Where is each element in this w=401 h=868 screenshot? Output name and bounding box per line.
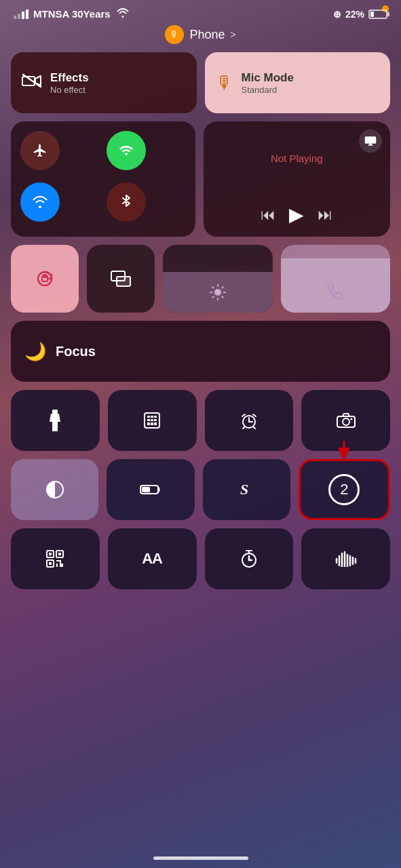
play-button[interactable]: ▶ (289, 203, 304, 226)
alarm-tile[interactable] (205, 390, 294, 451)
status-bar: MTNSA 30Years ⊕ 22% (0, 0, 401, 24)
red-arrow (334, 441, 354, 466)
location-icon: ⊕ (333, 9, 341, 20)
svg-rect-16 (52, 410, 58, 414)
calculator-tile[interactable] (108, 390, 197, 451)
effects-title: Effects (50, 71, 89, 85)
svg-text:S: S (240, 481, 248, 498)
focus-tile[interactable]: 🌙 Focus (11, 321, 390, 382)
not-playing-label: Not Playing (271, 153, 323, 164)
signal-bar-4 (26, 9, 28, 19)
number-2-tile[interactable]: 2 (299, 459, 390, 520)
svg-rect-6 (117, 277, 130, 286)
effects-subtitle: No effect (50, 85, 89, 95)
svg-line-15 (222, 287, 223, 288)
svg-rect-47 (60, 564, 63, 567)
number-2-circle: 2 (328, 474, 360, 505)
brightness-icon (210, 284, 226, 304)
row-effects-mic: Effects No effect 🎙 Mic Mode Standard (11, 52, 390, 113)
carrier-name: MTNSA 30Years (33, 8, 111, 20)
row-misc: AA (11, 528, 390, 589)
svg-rect-22 (151, 419, 153, 421)
mic-header-icon: 🎙 (165, 25, 184, 44)
svg-rect-21 (147, 419, 150, 421)
effects-text: Effects No effect (50, 71, 89, 95)
svg-point-32 (350, 418, 352, 420)
svg-point-7 (214, 289, 221, 296)
mic-mode-tile[interactable]: 🎙 Mic Mode Standard (205, 52, 391, 113)
display-mode-tile[interactable] (11, 459, 98, 520)
cellular-button[interactable] (107, 131, 146, 170)
media-tile: Not Playing ⏮ ▶ ⏭ (204, 121, 391, 237)
fast-forward-button[interactable]: ⏭ (318, 206, 332, 224)
shazam-tile[interactable]: S (203, 459, 290, 520)
svg-rect-43 (49, 562, 52, 565)
airplane-mode-button[interactable] (20, 131, 60, 170)
svg-rect-35 (142, 487, 150, 492)
moon-icon: 🌙 (24, 341, 46, 362)
svg-line-10 (212, 287, 213, 288)
svg-rect-25 (151, 422, 153, 425)
row-utilities (11, 390, 390, 451)
svg-rect-23 (154, 419, 157, 421)
svg-line-14 (212, 296, 213, 297)
battery-icon (368, 9, 387, 19)
mic-mode-icon: 🎙 (216, 73, 233, 94)
timer-tile[interactable] (205, 528, 294, 589)
mic-mode-subtitle: Standard (242, 85, 294, 95)
effects-tile[interactable]: Effects No effect (11, 52, 197, 113)
wifi-icon (117, 8, 129, 20)
flashlight-tile[interactable] (11, 390, 100, 451)
status-left: MTNSA 30Years (14, 8, 129, 20)
brightness-tile[interactable] (163, 245, 273, 313)
control-center: Effects No effect 🎙 Mic Mode Standard (0, 52, 401, 589)
connectivity-tile (11, 121, 195, 237)
svg-rect-24 (147, 422, 150, 425)
row-focus: 🌙 Focus (11, 321, 390, 382)
row-display-controls: S 2 (11, 459, 390, 520)
home-indicator[interactable] (153, 856, 248, 860)
orientation-lock-tile[interactable] (11, 245, 79, 313)
svg-rect-46 (56, 564, 58, 567)
row-quick-controls (11, 245, 390, 313)
screen-mirror-tile[interactable] (87, 245, 155, 313)
airplay-icon[interactable] (359, 130, 382, 153)
svg-point-31 (343, 418, 349, 425)
mic-mode-text: Mic Mode Standard (242, 71, 294, 95)
bluetooth-button[interactable] (107, 182, 146, 222)
battery-percent: 22% (345, 9, 364, 20)
svg-rect-26 (154, 422, 157, 425)
media-controls: ⏮ ▶ ⏭ (261, 203, 332, 226)
wifi-button[interactable] (20, 182, 60, 222)
svg-rect-20 (154, 416, 157, 418)
status-right: ⊕ 22% (333, 9, 387, 20)
mic-mode-title: Mic Mode (242, 71, 294, 85)
battery-status-tile[interactable] (107, 459, 194, 520)
volume-tile[interactable] (281, 245, 391, 313)
row-connectivity-media: Not Playing ⏮ ▶ ⏭ (11, 121, 390, 237)
signal-bars (14, 9, 28, 19)
svg-rect-41 (58, 553, 61, 555)
signal-bar-2 (18, 14, 20, 19)
signal-bar-3 (22, 12, 24, 19)
svg-line-11 (222, 296, 223, 297)
effects-icon (22, 73, 42, 92)
svg-rect-19 (151, 416, 153, 418)
qr-scanner-tile[interactable] (11, 528, 100, 589)
signal-bar-1 (14, 16, 16, 19)
svg-rect-44 (56, 560, 60, 561)
phone-label: Phone (189, 28, 225, 42)
svg-rect-18 (147, 416, 150, 418)
phone-volume-icon (327, 284, 343, 304)
chevron-right-icon: > (230, 29, 235, 40)
svg-rect-39 (49, 553, 52, 555)
font-label: AA (142, 550, 162, 568)
focus-label: Focus (56, 344, 96, 359)
svg-rect-45 (60, 560, 61, 564)
font-tile[interactable]: AA (108, 528, 197, 589)
phone-header[interactable]: 🎙 Phone > (0, 24, 401, 52)
waveform-tile[interactable] (301, 528, 390, 589)
rewind-button[interactable]: ⏮ (261, 206, 275, 224)
